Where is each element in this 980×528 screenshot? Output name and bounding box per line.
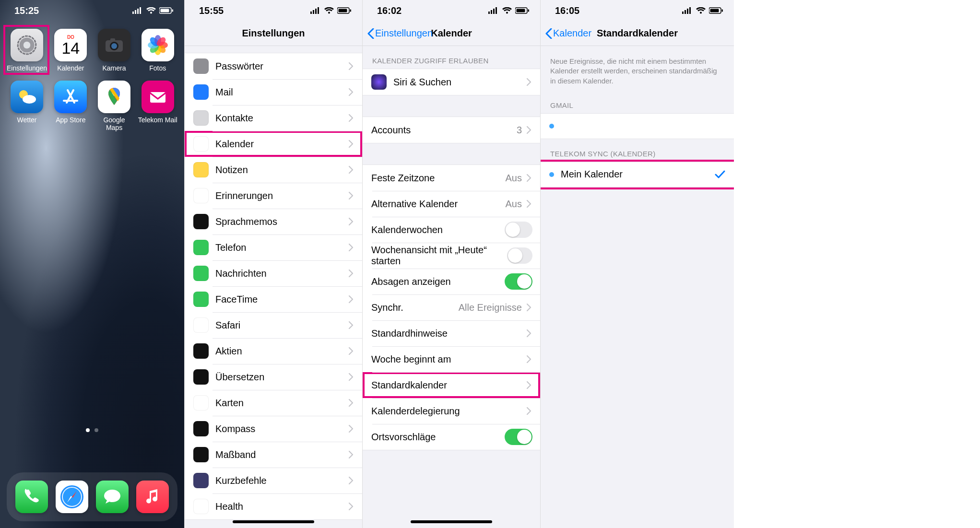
telekom-mail-icon [142,81,174,113]
settings-row[interactable]: Kalender [185,131,362,157]
row-label: Safari [215,320,349,331]
calendar-settings-list[interactable]: KALENDER ZUGRIFF ERLAUBEN Siri & Suchen … [363,46,540,528]
app-calendar[interactable]: DO14Kalender [51,29,91,72]
home-indicator[interactable] [233,520,314,523]
settings-item-icon [193,84,209,100]
calendar-setting-row[interactable]: Synchr.Alle Ereignisse [363,294,540,320]
settings-row[interactable]: Health [185,493,362,519]
back-label: Kalender [553,28,591,39]
settings-item-icon [193,292,209,307]
calendar-setting-row[interactable]: Feste ZeitzoneAus [363,165,540,191]
svg-rect-43 [150,92,165,103]
dock-app-music[interactable] [136,481,169,513]
chevron-right-icon [349,62,354,70]
settings-row[interactable]: Mail [185,79,362,105]
row-label: Übersetzen [215,372,349,383]
camera-icon [98,29,130,61]
status-time: 15:25 [14,5,39,16]
home-grid: EinstellungenDO14KalenderKameraFotosWett… [0,27,184,131]
settings-item-icon [193,266,209,281]
settings-row[interactable]: Übersetzen [185,364,362,390]
settings-row[interactable]: Telefon [185,235,362,260]
calendar-setting-row[interactable]: Absagen anzeigen [363,269,540,294]
chevron-right-icon [349,321,354,329]
svg-rect-21 [25,35,28,37]
settings-row[interactable]: Aktien [185,338,362,364]
settings-row[interactable]: Kurzbefehle [185,468,362,493]
svg-rect-10 [34,47,36,50]
calendar-setting-row[interactable]: Standardkalender [363,372,540,398]
section-header-access: KALENDER ZUGRIFF ERLAUBEN [363,46,540,69]
calendar-setting-row[interactable]: Ortsvorschläge [363,424,540,450]
settings-item-icon [193,317,209,333]
chevron-right-icon [349,503,354,510]
toggle[interactable] [505,222,532,238]
settings-item-icon [193,59,209,74]
row-label: Karten [215,398,349,409]
calendar-option-row[interactable] [541,114,734,139]
app-label: Kamera [103,64,126,72]
app-weather[interactable]: Wetter [7,81,47,131]
settings-row[interactable]: Nachrichten [185,260,362,286]
dock-app-safari[interactable] [56,481,88,513]
section-header: TELEKOM SYNC (KALENDER) [541,139,734,162]
calendar-option-row[interactable]: Mein Kalender [541,162,734,187]
page-dot-2 [94,428,98,432]
dock-app-messages[interactable] [96,481,129,513]
app-gmaps[interactable]: Google Maps [94,81,134,131]
calendar-setting-row[interactable]: Woche beginnt am [363,346,540,372]
chevron-right-icon [349,140,354,148]
app-photos[interactable]: Fotos [138,29,177,72]
toggle[interactable] [507,247,532,264]
calendar-setting-row[interactable]: Kalenderdelegierung [363,398,540,424]
chevron-right-icon [349,399,354,407]
home-indicator[interactable] [411,520,492,523]
svg-rect-3 [140,7,141,14]
settings-row[interactable]: Sprachmemos [185,209,362,235]
page-title: Einstellungen [242,28,305,39]
app-tmail[interactable]: Telekom Mail [138,81,177,131]
app-camera[interactable]: Kamera [94,29,134,72]
calendar-setting-row[interactable]: Alternative KalenderAus [363,191,540,217]
row-label: Siri & Suchen [393,77,527,88]
checkmark-icon [715,170,725,179]
settings-row[interactable]: Kontakte [185,105,362,131]
calendar-color-dot [549,124,554,129]
row-accounts[interactable]: Accounts 3 [363,117,540,143]
svg-point-38 [23,95,36,104]
settings-row[interactable]: Karten [185,390,362,416]
chevron-right-icon [349,114,354,122]
row-label: Kalender [215,139,349,150]
app-appstore[interactable]: App Store [51,81,91,131]
calendar-setting-row[interactable]: Wochenansicht mit „Heute“ starten [363,243,540,269]
toggle[interactable] [505,273,532,290]
settings-row[interactable]: Notizen [185,157,362,183]
settings-item-icon [193,473,209,488]
settings-row[interactable]: Passwörter [185,53,362,79]
settings-row[interactable]: Kompass [185,416,362,442]
settings-item-icon [193,421,209,436]
back-button[interactable]: Kalender [545,21,591,46]
row-label: Accounts [371,125,517,136]
settings-row[interactable]: Maßband [185,442,362,468]
row-siri[interactable]: Siri & Suchen [363,69,540,95]
dock-app-phone[interactable] [15,481,48,513]
row-value: Alle Ereignisse [459,302,522,313]
back-button[interactable]: Einstellungen [367,21,433,46]
settings-row[interactable]: FaceTime [185,286,362,312]
settings-row[interactable]: Safari [185,312,362,338]
calendar-setting-row[interactable]: Standardhinweise [363,320,540,346]
toggle[interactable] [505,429,532,445]
battery-icon [337,7,352,14]
page-dots[interactable] [0,428,184,432]
calendar-setting-row[interactable]: Kalenderwochen [363,217,540,243]
page-title: Kalender [431,28,472,39]
svg-rect-59 [496,7,497,14]
settings-item-icon [193,447,209,462]
photos-icon [142,29,174,61]
settings-row[interactable]: Erinnerungen [185,183,362,209]
default-calendar-list[interactable]: Neue Ereignisse, die nicht mit einem bes… [541,46,734,528]
settings-list[interactable]: PasswörterMailKontakteKalenderNotizenEri… [185,46,362,528]
status-bar: 15:55 [185,0,362,21]
app-settings[interactable]: Einstellungen [7,29,47,72]
